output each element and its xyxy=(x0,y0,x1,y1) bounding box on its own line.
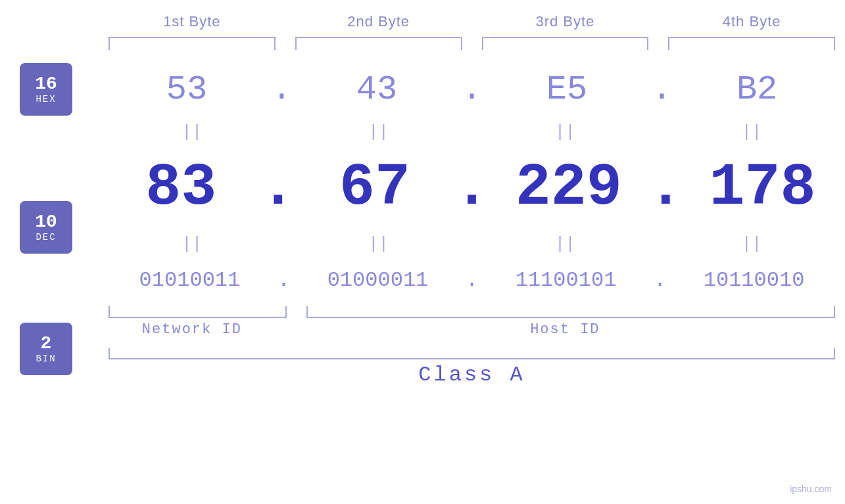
dec-dot-3: . xyxy=(648,154,683,221)
eq-2-4: || xyxy=(658,235,845,252)
eq-2-1: || xyxy=(99,235,285,252)
eq-row-1: || || || || xyxy=(99,119,845,145)
dec-val-2: 67 xyxy=(293,154,458,221)
hex-val-1: 53 xyxy=(99,70,275,109)
byte-labels-row: 1st Byte 2nd Byte 3rd Byte 4th Byte xyxy=(0,13,845,30)
dec-row: 83 . 67 . 229 . 178 xyxy=(99,145,845,231)
byte-label-2: 2nd Byte xyxy=(285,13,472,30)
dec-badge: 10 DEC xyxy=(20,201,72,254)
bin-val-1: 01010011 xyxy=(99,268,281,292)
eq-1-2: || xyxy=(285,124,472,141)
network-id-label: Network ID xyxy=(99,321,285,338)
top-bracket-4 xyxy=(668,37,835,50)
network-id-bracket xyxy=(109,306,287,318)
hex-val-4: B2 xyxy=(669,70,845,109)
main-container: 1st Byte 2nd Byte 3rd Byte 4th Byte 16 H… xyxy=(0,0,845,504)
dec-base-number: 10 xyxy=(35,212,57,233)
dec-dot-2: . xyxy=(454,154,489,221)
hex-row: 53 . 43 . E5 . B2 xyxy=(99,60,845,119)
eq-1-4: || xyxy=(658,124,845,141)
eq-1-3: || xyxy=(472,124,659,141)
eq-2-2: || xyxy=(285,235,472,252)
class-label: Class A xyxy=(99,363,845,387)
bin-badge: 2 BIN xyxy=(20,323,72,375)
bin-row: 01010011 . 01000011 . 11100101 . 1011001… xyxy=(99,257,845,303)
top-bracket-2 xyxy=(295,37,462,50)
hex-badge: 16 HEX xyxy=(20,63,72,116)
hex-base-number: 16 xyxy=(35,74,57,95)
rows-wrapper: 16 HEX 10 DEC 2 BIN 53 . 43 . E5 . B2 || xyxy=(0,60,845,303)
byte-label-4: 4th Byte xyxy=(658,13,845,30)
eq-row-2: || || || || xyxy=(99,231,845,257)
byte-label-3: 3rd Byte xyxy=(472,13,659,30)
base-labels-col: 16 HEX 10 DEC 2 BIN xyxy=(20,60,72,375)
top-bracket-row xyxy=(0,37,845,50)
dec-base-text: DEC xyxy=(36,232,56,242)
eq-2-3: || xyxy=(472,235,659,252)
dec-val-4: 178 xyxy=(680,154,845,221)
host-id-bracket xyxy=(306,306,835,318)
host-id-label: Host ID xyxy=(285,321,845,338)
dec-val-3: 229 xyxy=(487,154,652,221)
hex-val-2: 43 xyxy=(289,70,465,109)
byte-label-1: 1st Byte xyxy=(99,13,285,30)
dec-dot-1: . xyxy=(260,154,296,221)
eq-1-1: || xyxy=(99,124,285,141)
top-bracket-1 xyxy=(109,37,276,50)
bottom-bracket-row xyxy=(0,306,845,318)
top-bracket-3 xyxy=(482,37,649,50)
bin-val-4: 10110010 xyxy=(663,268,845,292)
hex-val-3: E5 xyxy=(479,70,655,109)
bin-base-text: BIN xyxy=(36,354,56,364)
bin-val-3: 11100101 xyxy=(475,268,657,292)
class-label-row: Class A xyxy=(0,363,845,387)
hex-base-text: HEX xyxy=(36,94,56,104)
dec-val-1: 83 xyxy=(99,154,264,221)
class-bracket-row xyxy=(0,348,845,359)
bin-base-number: 2 xyxy=(41,334,52,354)
bin-val-2: 01000011 xyxy=(287,268,469,292)
class-bracket xyxy=(109,348,835,359)
watermark: ipshu.com xyxy=(790,484,832,494)
id-labels-row: Network ID Host ID xyxy=(0,321,845,338)
